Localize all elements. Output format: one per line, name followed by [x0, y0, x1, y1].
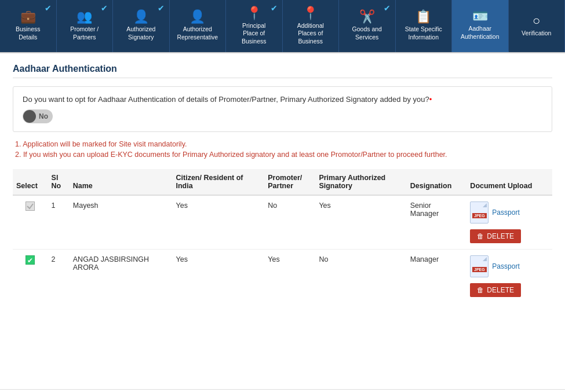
row1-primary-auth: Yes [315, 195, 406, 250]
row2-doc-upload: JPEG Passport 🗑 DELETE [466, 250, 552, 303]
required-marker: • [429, 95, 432, 104]
row1-citizen: Yes [173, 195, 265, 250]
row2-name: ANGAD JASBIRSINGHARORA [70, 250, 173, 303]
row2-primary-auth: No [315, 250, 406, 303]
check-icon: ✔ [101, 3, 108, 13]
delete-label: DELETE [487, 232, 514, 240]
checkbox-row1[interactable] [25, 202, 35, 211]
top-navigation: ✔ 💼 BusinessDetails ✔ 👥 Promoter /Partne… [0, 0, 565, 53]
passport-link-row2[interactable]: Passport [492, 262, 519, 270]
toggle-off-label: No [39, 112, 48, 120]
verification-icon: ○ [533, 14, 540, 27]
toggle-knob [23, 110, 36, 123]
aadhaar-icon: 🪪 [472, 10, 488, 23]
question-text: Do you want to opt for Aadhaar Authentic… [23, 95, 542, 104]
col-doc-upload: Document Upload [466, 169, 552, 195]
warning-2: 2. If you wish you can upload E-KYC docu… [15, 151, 552, 159]
table-row: ✔ 2 ANGAD JASBIRSINGHARORA Yes Yes No Ma… [13, 250, 552, 303]
nav-principal-place[interactable]: ✔ 📍 PrincipalPlace ofBusiness [226, 0, 283, 52]
nav-label: Goods andServices [352, 25, 382, 41]
row2-select[interactable]: ✔ [13, 250, 48, 303]
goods-icon: ✂️ [359, 10, 375, 23]
doc-icon-row: JPEG Passport [470, 202, 519, 224]
row2-designation: Manager [407, 250, 467, 303]
jpeg-file-icon: JPEG [470, 255, 489, 277]
checkbox-row2[interactable]: ✔ [25, 255, 35, 265]
question-box: Do you want to opt for Aadhaar Authentic… [13, 86, 552, 132]
state-icon: 📋 [415, 10, 431, 23]
warning-notes: 1. Application will be marked for Site v… [13, 140, 552, 159]
nav-label: AuthorizedRepresentative [177, 25, 218, 41]
col-primary-auth: Primary AuthorizedSignatory [315, 169, 406, 195]
toggle-container: No [23, 109, 542, 123]
nav-label: AadhaarAuthentication [461, 25, 500, 41]
promoter-icon: 👥 [76, 10, 92, 23]
col-citizen: Citizen/ Resident ofIndia [173, 169, 265, 195]
doc-upload-area: JPEG Passport 🗑 DELETE [470, 255, 549, 297]
jpeg-file-icon: JPEG [470, 202, 489, 224]
row2-promoter: Yes [264, 250, 315, 303]
nav-label: AdditionalPlaces ofBusiness [297, 22, 324, 46]
place-icon: 📍 [246, 7, 262, 20]
doc-icon-row: JPEG Passport [470, 255, 519, 277]
col-sl-no: SlNo [48, 169, 70, 195]
nav-state-specific[interactable]: 📋 State SpecificInformation [396, 0, 453, 52]
row1-promoter: No [264, 195, 315, 250]
delete-button-row2[interactable]: 🗑 DELETE [470, 283, 521, 297]
nav-additional-places[interactable]: 📍 AdditionalPlaces ofBusiness [283, 0, 340, 52]
signatory-icon: 👤 [133, 10, 149, 23]
row2-sl: 2 [48, 250, 70, 303]
delete-button-row1[interactable]: 🗑 DELETE [470, 229, 521, 243]
row2-citizen: Yes [173, 250, 265, 303]
check-icon: ✔ [384, 3, 391, 13]
nav-label: Promoter /Partners [70, 25, 99, 41]
check-icon: ✔ [45, 3, 52, 13]
row1-name: Mayesh [70, 195, 173, 250]
trash-icon: 🗑 [477, 286, 484, 294]
nav-verification[interactable]: ○ Verification [509, 0, 566, 52]
nav-promoter-partners[interactable]: ✔ 👥 Promoter /Partners [57, 0, 114, 52]
warning-1: 1. Application will be marked for Site v… [15, 140, 552, 148]
passport-link-row1[interactable]: Passport [492, 208, 519, 217]
check-icon: ✔ [158, 3, 165, 13]
nav-aadhaar-auth[interactable]: 🪪 AadhaarAuthentication [452, 0, 509, 52]
persons-table: Select SlNo Name Citizen/ Resident ofInd… [13, 169, 552, 303]
additional-icon: 📍 [302, 7, 318, 20]
section-title: Aadhaar Authentication [13, 64, 552, 78]
row1-designation: SeniorManager [407, 195, 467, 250]
main-content: Aadhaar Authentication Do you want to op… [0, 53, 565, 389]
check-icon: ✔ [271, 3, 278, 13]
doc-upload-area: JPEG Passport 🗑 DELETE [470, 202, 549, 243]
nav-authorized-representative[interactable]: 👤 AuthorizedRepresentative [170, 0, 227, 52]
table-row: 1 Mayesh Yes No Yes SeniorManager JPEG P… [13, 195, 552, 250]
nav-label: AuthorizedSignatory [126, 25, 155, 41]
row1-select[interactable] [13, 195, 48, 250]
nav-business-details[interactable]: ✔ 💼 BusinessDetails [0, 0, 57, 52]
row1-sl: 1 [48, 195, 70, 250]
delete-label: DELETE [487, 286, 514, 294]
bottom-bar: BACK SAVE & CONTINUE [0, 389, 565, 392]
col-select: Select [13, 169, 48, 195]
col-promoter: Promoter/Partner [264, 169, 315, 195]
nav-label: PrincipalPlace ofBusiness [242, 22, 267, 46]
nav-goods-services[interactable]: ✔ ✂️ Goods andServices [339, 0, 396, 52]
nav-authorized-signatory[interactable]: ✔ 👤 AuthorizedSignatory [113, 0, 170, 52]
aadhaar-toggle[interactable]: No [23, 109, 53, 123]
col-name: Name [70, 169, 173, 195]
business-icon: 💼 [20, 10, 36, 23]
col-designation: Designation [407, 169, 467, 195]
rep-icon: 👤 [189, 10, 205, 23]
nav-label: Verification [522, 30, 551, 38]
trash-icon: 🗑 [477, 232, 484, 240]
nav-label: BusinessDetails [16, 25, 41, 41]
row1-doc-upload: JPEG Passport 🗑 DELETE [466, 195, 552, 250]
nav-label: State SpecificInformation [405, 25, 442, 41]
